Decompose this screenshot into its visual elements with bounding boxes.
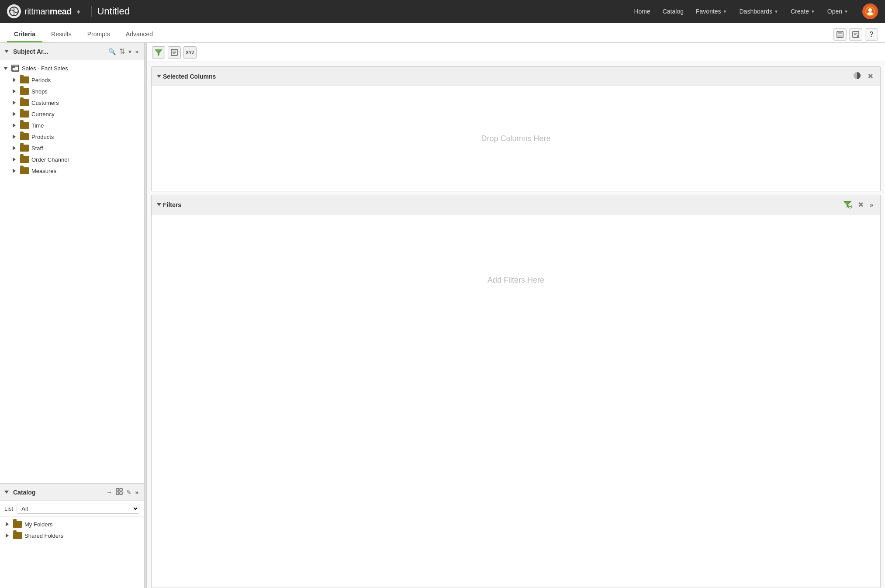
measures-folder-icon: [20, 167, 29, 174]
save-button[interactable]: [833, 28, 847, 41]
tab-bar-actions: ?: [833, 28, 878, 42]
nav-favorites[interactable]: Favorites▼: [691, 5, 732, 17]
nav-dashboards[interactable]: Dashboards▼: [734, 5, 784, 17]
page-title: Untitled: [91, 6, 130, 17]
subject-area-header: Subject Ar... 🔍 ⇅ ▾ »: [0, 43, 144, 60]
search-icon[interactable]: 🔍: [107, 47, 117, 56]
filters-remove-icon[interactable]: ✖: [856, 200, 865, 210]
order-channel-toggle[interactable]: [10, 156, 17, 163]
products-toggle[interactable]: [10, 133, 17, 140]
subject-area-title: Subject Ar...: [13, 48, 105, 55]
nav-create[interactable]: Create▼: [785, 5, 820, 17]
logo-area: rittmanmead ✦: [7, 4, 81, 18]
tree-item-customers[interactable]: Customers: [0, 97, 144, 108]
currency-label: Currency: [31, 111, 55, 118]
svg-rect-12: [116, 488, 119, 491]
staff-folder-icon: [20, 145, 29, 152]
nav-open[interactable]: Open▼: [822, 5, 854, 17]
catalog-edit-icon[interactable]: ✎: [125, 488, 132, 497]
shared-folders-label: Shared Folders: [24, 533, 63, 539]
catalog-pane: Catalog → ✎ » List: [0, 483, 144, 588]
selected-columns-collapse-icon[interactable]: [157, 75, 161, 78]
catalog-grid-icon[interactable]: [115, 487, 124, 497]
periods-toggle[interactable]: [10, 76, 17, 83]
add-filter-button[interactable]: [152, 46, 165, 59]
catalog-collapse-icon[interactable]: [4, 491, 9, 494]
subject-area-tree: Sales - Fact Sales Periods Shops Custome: [0, 60, 144, 483]
catalog-item-my-folders[interactable]: My Folders: [0, 519, 144, 530]
root-label: Sales - Fact Sales: [22, 65, 68, 72]
selected-columns-header: Selected Columns ✖: [152, 67, 880, 86]
content-toolbar: XYZ: [147, 43, 885, 62]
selected-columns-body: Drop Columns Here: [152, 86, 880, 191]
sort-icon[interactable]: ⇅: [118, 46, 126, 56]
xyz-button[interactable]: XYZ: [183, 46, 197, 59]
subject-expand-icon[interactable]: »: [134, 47, 139, 56]
time-label: Time: [31, 122, 44, 129]
my-folders-label: My Folders: [24, 521, 52, 528]
catalog-list-label: List: [4, 505, 13, 512]
shops-label: Shops: [31, 88, 48, 95]
filters-collapse-icon[interactable]: [157, 203, 161, 206]
filters-expand-icon[interactable]: »: [868, 201, 875, 209]
filters-btns: ✖ »: [841, 199, 875, 211]
order-channel-label: Order Channel: [31, 156, 69, 163]
customers-label: Customers: [31, 100, 59, 106]
add-filter-icon[interactable]: [841, 199, 854, 211]
tree-item-shops[interactable]: Shops: [0, 86, 144, 97]
tree-item-measures[interactable]: Measures: [0, 165, 144, 176]
nav-catalog[interactable]: Catalog: [657, 5, 689, 17]
time-toggle[interactable]: [10, 122, 17, 129]
tree-item-time[interactable]: Time: [0, 120, 144, 131]
selected-columns-panel: Selected Columns ✖ Drop Columns Here: [151, 66, 881, 191]
svg-rect-15: [120, 492, 122, 495]
catalog-title: Catalog: [13, 489, 103, 496]
catalog-list-row: List All My Folders Shared Folders: [0, 501, 144, 517]
catalog-list-select[interactable]: All My Folders Shared Folders: [17, 504, 139, 514]
filters-header: Filters ✖ »: [152, 195, 880, 214]
svg-point-2: [868, 8, 872, 12]
svg-rect-6: [838, 35, 842, 37]
my-folders-toggle[interactable]: [3, 521, 10, 528]
sort-dropdown-icon[interactable]: ▾: [128, 47, 132, 56]
nav-home[interactable]: Home: [629, 5, 655, 17]
tab-advanced[interactable]: Advanced: [119, 26, 160, 42]
catalog-expand-icon[interactable]: »: [134, 488, 139, 497]
staff-toggle[interactable]: [10, 145, 17, 152]
tab-prompts[interactable]: Prompts: [80, 26, 117, 42]
tree-item-staff[interactable]: Staff: [0, 142, 144, 154]
currency-toggle[interactable]: [10, 111, 17, 118]
tree-item-order-channel[interactable]: Order Channel: [0, 154, 144, 165]
selected-columns-btns: ✖: [851, 70, 875, 82]
tree-root-item[interactable]: Sales - Fact Sales: [0, 62, 144, 74]
root-folder-icon: [11, 65, 19, 72]
catalog-item-shared-folders[interactable]: Shared Folders: [0, 530, 144, 541]
root-collapse-icon: [3, 67, 8, 70]
shops-folder-icon: [20, 88, 29, 95]
filters-panel: Filters ✖ » Add Filters Here: [151, 195, 881, 588]
shops-toggle[interactable]: [10, 88, 17, 95]
right-panel: XYZ Selected Columns ✖: [147, 43, 885, 588]
catalog-arrow-icon[interactable]: →: [105, 488, 113, 497]
add-filters-hint: Add Filters Here: [487, 276, 544, 285]
svg-rect-5: [838, 31, 842, 34]
shared-folders-toggle[interactable]: [3, 532, 10, 539]
subject-area-collapse-icon[interactable]: [4, 50, 9, 53]
half-circle-icon[interactable]: [851, 70, 863, 82]
edit-view-button[interactable]: [168, 46, 181, 59]
measures-toggle[interactable]: [10, 167, 17, 174]
tree-item-currency[interactable]: Currency: [0, 108, 144, 120]
svg-rect-13: [120, 488, 122, 491]
selected-columns-remove-icon[interactable]: ✖: [866, 71, 875, 81]
tree-item-products[interactable]: Products: [0, 131, 144, 142]
user-avatar[interactable]: [862, 3, 878, 19]
periods-folder-icon: [20, 76, 29, 83]
logo-text: rittmanmead ✦: [24, 7, 81, 17]
tab-criteria[interactable]: Criteria: [7, 26, 42, 42]
customers-toggle[interactable]: [10, 99, 17, 106]
edit-button[interactable]: [849, 28, 862, 41]
my-folders-icon: [13, 521, 22, 528]
tree-item-periods[interactable]: Periods: [0, 74, 144, 86]
help-button[interactable]: ?: [865, 28, 878, 41]
tab-results[interactable]: Results: [44, 26, 79, 42]
